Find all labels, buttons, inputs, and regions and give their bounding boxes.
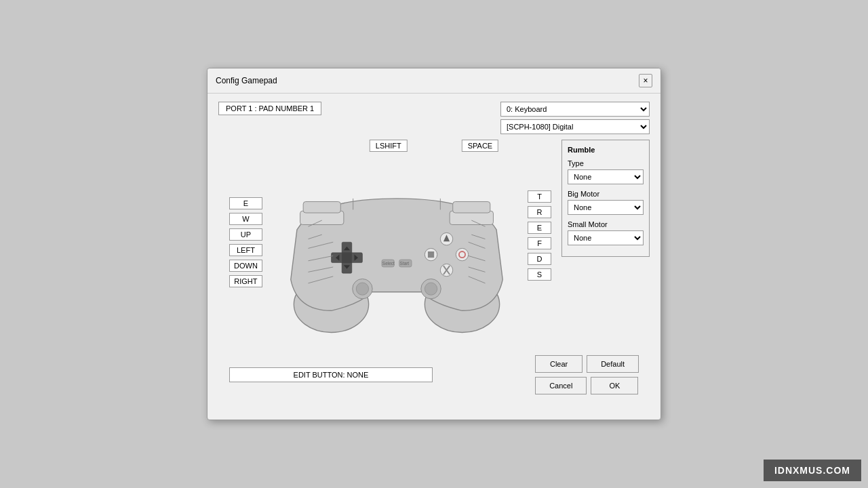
default-button[interactable]: Default <box>587 355 639 373</box>
dpad-right-label[interactable]: RIGHT <box>229 275 262 287</box>
clear-button[interactable]: Clear <box>535 355 583 373</box>
shoulder-labels: LSHIFT SPACE <box>370 140 498 152</box>
shoulder-right-label[interactable]: SPACE <box>462 140 498 152</box>
small-motor-label: Small Motor <box>568 220 644 228</box>
cancel-button[interactable]: Cancel <box>535 377 587 394</box>
svg-rect-3 <box>303 201 340 213</box>
cross-label[interactable]: E <box>528 222 551 234</box>
big-motor-field: Big Motor None Weak Strong <box>568 190 644 215</box>
l1-label[interactable]: W <box>229 213 262 225</box>
bottom-area: EDIT BUTTON: NONE Clear Default Cancel O… <box>218 355 650 394</box>
svg-text:Select: Select <box>382 261 395 266</box>
watermark: IDNXMUS.COM <box>764 460 861 481</box>
port-label: PORT 1 : PAD NUMBER 1 <box>218 102 321 115</box>
watermark-text: IDNXMUS.COM <box>774 465 850 476</box>
rumble-type-field: Type None Weak Strong <box>568 159 644 184</box>
controller-area: LSHIFT SPACE E W UP LEFT DOWN RIGHT T R … <box>218 140 650 350</box>
r2-label[interactable]: S <box>528 268 551 281</box>
small-motor-field: Small Motor None Weak Strong <box>568 220 644 245</box>
controller-graphic: Select Start <box>266 160 528 343</box>
r1-label[interactable]: D <box>528 253 551 265</box>
ok-button[interactable]: OK <box>591 377 638 394</box>
rumble-type-label: Type <box>568 159 644 167</box>
close-button[interactable]: × <box>639 74 652 87</box>
face-label-group: T R E F D S <box>528 190 551 282</box>
big-motor-dropdown[interactable]: None Weak Strong <box>568 200 644 215</box>
circle-label[interactable]: F <box>528 237 551 249</box>
big-motor-label: Big Motor <box>568 190 644 198</box>
edit-button-bar: EDIT BUTTON: NONE <box>229 367 433 382</box>
pad-dropdown-row: [SCPH-1080] Digital [SCPH-1110] Analog <box>500 119 650 134</box>
svg-point-20 <box>425 283 437 295</box>
svg-rect-5 <box>453 201 490 213</box>
small-motor-dropdown[interactable]: None Weak Strong <box>568 230 644 245</box>
svg-rect-24 <box>428 251 434 258</box>
svg-text:Start: Start <box>400 261 410 266</box>
svg-point-28 <box>456 248 468 260</box>
triangle-label[interactable]: T <box>528 190 551 203</box>
dialog-body: PORT 1 : PAD NUMBER 1 0: Keyboard 1: Joy… <box>208 94 660 403</box>
controller-svg-container: Select Start <box>266 153 528 350</box>
l2-label[interactable]: E <box>229 197 262 209</box>
device-dropdown[interactable]: 0: Keyboard 1: Joystick <box>500 102 650 117</box>
top-row: PORT 1 : PAD NUMBER 1 0: Keyboard 1: Joy… <box>218 102 650 134</box>
svg-point-14 <box>356 283 368 295</box>
rumble-panel: Rumble Type None Weak Strong Big Motor N… <box>561 140 650 257</box>
device-dropdown-row: 0: Keyboard 1: Joystick <box>500 102 650 117</box>
bottom-button-row: Cancel OK <box>535 377 639 394</box>
square-label[interactable]: R <box>528 206 551 218</box>
device-selection: 0: Keyboard 1: Joystick [SCPH-1080] Digi… <box>500 102 650 134</box>
title-bar: Config Gamepad × <box>208 68 660 94</box>
rumble-type-dropdown[interactable]: None Weak Strong <box>568 169 644 184</box>
top-button-row: Clear Default <box>535 355 639 373</box>
pad-dropdown[interactable]: [SCPH-1080] Digital [SCPH-1110] Analog <box>500 119 650 134</box>
dpad-label-group: E W UP LEFT DOWN RIGHT <box>229 197 262 289</box>
dpad-left-label[interactable]: LEFT <box>229 244 262 256</box>
svg-rect-8 <box>342 253 352 263</box>
shoulder-left-label[interactable]: LSHIFT <box>370 140 408 152</box>
rumble-title: Rumble <box>568 146 644 154</box>
config-gamepad-dialog: Config Gamepad × PORT 1 : PAD NUMBER 1 0… <box>207 68 661 420</box>
dialog-title: Config Gamepad <box>216 76 277 85</box>
dpad-down-label[interactable]: DOWN <box>229 260 262 272</box>
dpad-up-label[interactable]: UP <box>229 228 262 241</box>
action-buttons: Clear Default Cancel OK <box>535 355 639 394</box>
